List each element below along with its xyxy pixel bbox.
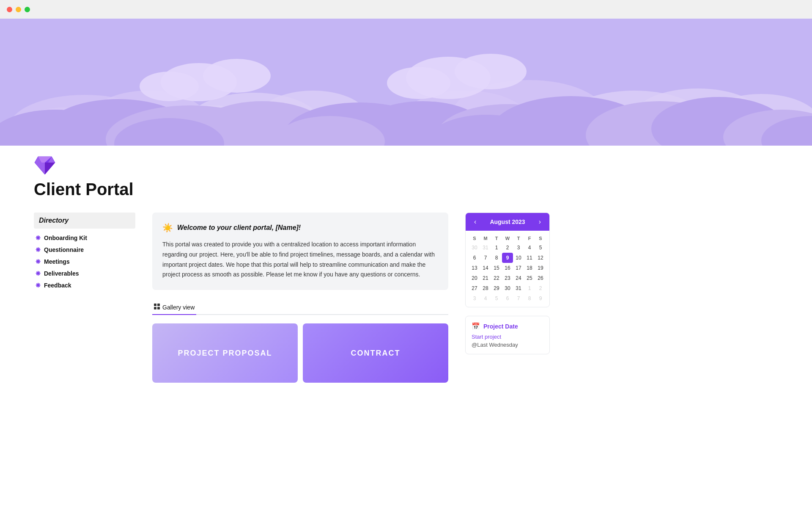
- svg-rect-42: [154, 304, 156, 306]
- calendar-prev-button[interactable]: ‹: [472, 217, 479, 226]
- gallery-tab-bar: Gallery view: [152, 300, 448, 315]
- project-date-header: 📅 Project Date: [472, 322, 543, 330]
- directory-item[interactable]: ❋Questionnaire: [34, 244, 135, 256]
- calendar-day[interactable]: 1: [524, 283, 535, 293]
- page-icon-area: [0, 146, 812, 180]
- calendar-day[interactable]: 14: [480, 263, 491, 273]
- flower-icon: ❋: [36, 258, 41, 265]
- calendar-day[interactable]: 30: [469, 243, 480, 253]
- calendar-next-button[interactable]: ›: [536, 217, 543, 226]
- calendar-day[interactable]: 18: [524, 263, 535, 273]
- titlebar: [0, 0, 812, 19]
- left-sidebar: Directory ❋Onboarding Kit❋Questionnaire❋…: [34, 213, 135, 383]
- calendar-day[interactable]: 17: [513, 263, 524, 273]
- svg-point-34: [387, 67, 450, 99]
- calendar-day[interactable]: 31: [480, 243, 491, 253]
- calendar-day[interactable]: 4: [524, 243, 535, 253]
- close-button[interactable]: [7, 7, 12, 12]
- diamond-icon: [34, 157, 56, 179]
- svg-rect-45: [157, 307, 160, 309]
- calendar-day[interactable]: 30: [502, 283, 513, 293]
- gallery-tab[interactable]: Gallery view: [152, 300, 196, 315]
- calendar-day[interactable]: 5: [491, 293, 502, 304]
- calendar-day[interactable]: 8: [491, 253, 502, 263]
- flower-icon: ❋: [36, 282, 41, 289]
- calendar-day[interactable]: 20: [469, 273, 480, 283]
- calendar-day[interactable]: 26: [535, 273, 546, 283]
- directory-list: ❋Onboarding Kit❋Questionnaire❋Meetings❋D…: [34, 232, 135, 291]
- calendar-day[interactable]: 2: [502, 243, 513, 253]
- directory-item-label: Questionnaire: [44, 246, 84, 253]
- calendar-day[interactable]: 6: [469, 253, 480, 263]
- right-sidebar: ‹ August 2023 › SMTWTFS 3031123456789101…: [465, 213, 550, 383]
- calendar-day[interactable]: 27: [469, 283, 480, 293]
- main-layout: Directory ❋Onboarding Kit❋Questionnaire❋…: [0, 213, 812, 383]
- calendar-day-header: W: [502, 234, 513, 243]
- calendar-day[interactable]: 4: [480, 293, 491, 304]
- directory-item-label: Feedback: [44, 282, 71, 289]
- calendar-day[interactable]: 1: [491, 243, 502, 253]
- calendar-day[interactable]: 22: [491, 273, 502, 283]
- calendar-day[interactable]: 10: [513, 253, 524, 263]
- calendar-day[interactable]: 9: [502, 253, 513, 263]
- directory-item[interactable]: ❋Feedback: [34, 279, 135, 291]
- calendar-day[interactable]: 24: [513, 273, 524, 283]
- calendar-week-row: 13141516171819: [469, 263, 546, 273]
- calendar-day[interactable]: 19: [535, 263, 546, 273]
- calendar-week-row: 20212223242526: [469, 273, 546, 283]
- directory-item-label: Meetings: [44, 258, 70, 265]
- grid-icon: [154, 304, 160, 311]
- calendar-day[interactable]: 16: [502, 263, 513, 273]
- calendar-week-row: 272829303112: [469, 283, 546, 293]
- directory-item[interactable]: ❋Meetings: [34, 256, 135, 268]
- svg-point-31: [140, 72, 199, 101]
- calendar-day-header: F: [524, 234, 535, 243]
- calendar-day[interactable]: 9: [535, 293, 546, 304]
- calendar-month-year: August 2023: [490, 218, 525, 225]
- calendar-day-header: T: [491, 234, 502, 243]
- calendar-day[interactable]: 5: [535, 243, 546, 253]
- calendar-day[interactable]: 3: [513, 243, 524, 253]
- gallery-card-contract[interactable]: CONTRACT: [303, 323, 448, 383]
- directory-title: Directory: [34, 213, 135, 229]
- calendar-day-header: S: [469, 234, 480, 243]
- minimize-button[interactable]: [16, 7, 21, 12]
- calendar-day[interactable]: 15: [491, 263, 502, 273]
- calendar-day[interactable]: 23: [502, 273, 513, 283]
- directory-item[interactable]: ❋Onboarding Kit: [34, 232, 135, 244]
- calendar-day[interactable]: 31: [513, 283, 524, 293]
- calendar-day[interactable]: 25: [524, 273, 535, 283]
- calendar-weeks: 3031123456789101112131415161718192021222…: [469, 243, 546, 304]
- calendar-day[interactable]: 28: [480, 283, 491, 293]
- directory-item[interactable]: ❋Deliverables: [34, 268, 135, 279]
- welcome-body: This portal was created to provide you w…: [162, 240, 438, 280]
- calendar-day[interactable]: 21: [480, 273, 491, 283]
- sun-icon: ☀️: [162, 223, 173, 233]
- svg-point-33: [455, 54, 527, 89]
- calendar-widget: ‹ August 2023 › SMTWTFS 3031123456789101…: [465, 213, 550, 307]
- svg-rect-43: [157, 304, 160, 306]
- calendar-day[interactable]: 11: [524, 253, 535, 263]
- calendar-day[interactable]: 2: [535, 283, 546, 293]
- page-content: Client Portal Directory ❋Onboarding Kit❋…: [0, 19, 812, 383]
- page-title: Client Portal: [0, 180, 812, 199]
- calendar-day[interactable]: 6: [502, 293, 513, 304]
- project-date-widget: 📅 Project Date Start project @Last Wedne…: [465, 316, 550, 354]
- calendar-day[interactable]: 3: [469, 293, 480, 304]
- directory-section: Directory ❋Onboarding Kit❋Questionnaire❋…: [34, 213, 135, 291]
- calendar-day[interactable]: 8: [524, 293, 535, 304]
- gallery-card-proposal[interactable]: PROJECT PROPOSAL: [152, 323, 298, 383]
- center-content: ☀️ Welcome to your client portal, [Name]…: [152, 213, 448, 383]
- maximize-button[interactable]: [25, 7, 30, 12]
- hero-banner: [0, 19, 812, 146]
- calendar-day[interactable]: 7: [480, 253, 491, 263]
- calendar-day[interactable]: 12: [535, 253, 546, 263]
- flower-icon: ❋: [36, 246, 41, 253]
- calendar-day[interactable]: 29: [491, 283, 502, 293]
- welcome-box: ☀️ Welcome to your client portal, [Name]…: [152, 213, 448, 290]
- proposal-label: PROJECT PROPOSAL: [178, 349, 272, 358]
- project-date-icon: 📅: [472, 322, 480, 330]
- welcome-header: ☀️ Welcome to your client portal, [Name]…: [162, 223, 438, 233]
- calendar-day[interactable]: 13: [469, 263, 480, 273]
- calendar-day[interactable]: 7: [513, 293, 524, 304]
